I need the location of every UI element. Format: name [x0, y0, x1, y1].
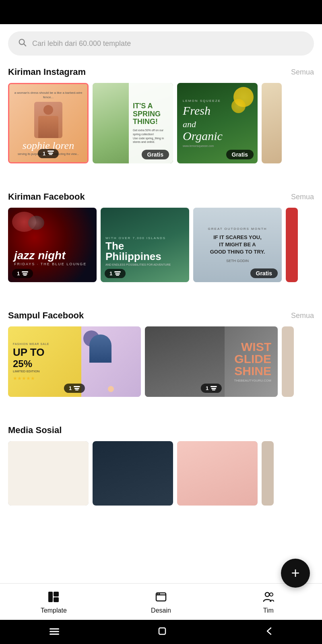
fab-add-button[interactable]: + — [281, 559, 310, 588]
instagram-card-row: a woman's dress should be a like a barbe… — [0, 83, 322, 167]
main-content: Cari lebih dari 60.000 template Kiriman … — [0, 24, 322, 618]
search-placeholder: Cari lebih dari 60.000 template — [32, 39, 131, 48]
nav-item-tim[interactable]: Tim — [215, 591, 322, 614]
social-card-3[interactable] — [177, 441, 258, 506]
instagram-card-3[interactable]: LEMON SQUEEZE FreshandOrganic www.lemons… — [177, 83, 258, 163]
social-card-2[interactable] — [93, 441, 173, 506]
svg-rect-11 — [74, 386, 80, 387]
bottom-nav-items: Template Desain — [0, 584, 322, 620]
svg-rect-19 — [54, 597, 59, 602]
section-sampul-facebook: Sampul Facebook Semua FASHION WEAR SALE … — [0, 306, 322, 401]
badge-number: 1 — [43, 151, 45, 157]
svg-point-21 — [157, 593, 159, 594]
desain-icon — [155, 591, 167, 605]
cover-card-1[interactable]: FASHION WEAR SALE UP TO 25% LIMITED EDIT… — [8, 326, 141, 397]
badge-gratis-ig2: Gratis — [142, 150, 169, 159]
social-card-1[interactable] — [8, 441, 89, 506]
facebook-card-4-partial[interactable] — [286, 208, 298, 282]
section-title-facebook: Kiriman Facebook — [8, 192, 85, 202]
template-icon — [47, 591, 60, 605]
cover-card-3-partial[interactable] — [282, 326, 294, 397]
svg-rect-18 — [54, 592, 59, 597]
android-home-btn[interactable] — [158, 627, 167, 638]
social-card-4-partial[interactable] — [262, 441, 274, 506]
instagram-card-1[interactable]: a woman's dress should be a like a barbe… — [8, 83, 89, 163]
badge-fb1: 1 — [12, 269, 33, 278]
section-header-sampul: Sampul Facebook Semua — [0, 306, 322, 326]
svg-rect-2 — [47, 151, 54, 152]
tim-icon — [262, 591, 275, 605]
sosial-card-row — [0, 441, 322, 510]
android-menu-btn[interactable] — [50, 627, 59, 637]
search-container: Cari lebih dari 60.000 template — [0, 24, 322, 63]
badge-ig1: 1 — [38, 149, 59, 158]
svg-rect-3 — [48, 153, 53, 154]
svg-point-24 — [270, 593, 273, 596]
search-icon — [18, 38, 27, 49]
section-kiriman-facebook: Kiriman Facebook Semua jazz night FRIDAY… — [0, 188, 322, 286]
section-header-instagram: Kiriman Instagram Semua — [0, 63, 322, 83]
svg-rect-15 — [211, 388, 216, 389]
stack-icon — [47, 151, 54, 157]
svg-rect-4 — [49, 154, 52, 155]
instagram-card-2[interactable]: IT'S ASPRINGTHING! Get extra 50% off on … — [93, 83, 173, 163]
badge-cv1: 1 — [64, 384, 85, 393]
android-nav-bar — [0, 620, 322, 644]
badge-fb2: 1 — [105, 269, 126, 278]
sampul-card-row: FASHION WEAR SALE UP TO 25% LIMITED EDIT… — [0, 326, 322, 401]
status-bar-top — [0, 0, 322, 24]
svg-rect-7 — [23, 275, 27, 276]
svg-rect-12 — [74, 388, 79, 389]
section-header-facebook: Kiriman Facebook Semua — [0, 188, 322, 208]
section-title-instagram: Kiriman Instagram — [8, 67, 86, 77]
svg-point-23 — [265, 592, 269, 597]
facebook-card-row: jazz night FRIDAYS · THE BLUE LOUNGE 1 W… — [0, 208, 322, 286]
section-title-sampul: Sampul Facebook — [8, 310, 84, 321]
nav-label-desain: Desain — [151, 607, 171, 614]
svg-rect-28 — [159, 628, 165, 634]
svg-rect-25 — [50, 628, 59, 630]
svg-line-1 — [24, 44, 26, 46]
badge-cv2: 1 — [201, 384, 222, 393]
section-kiriman-instagram: Kiriman Instagram Semua a woman's dress … — [0, 63, 322, 167]
instagram-card-4-partial[interactable] — [262, 83, 282, 163]
badge-gratis-fb3: Gratis — [250, 268, 278, 278]
svg-rect-27 — [50, 634, 59, 635]
nav-label-tim: Tim — [263, 607, 274, 614]
nav-item-template[interactable]: Template — [0, 591, 107, 614]
svg-rect-26 — [50, 631, 59, 632]
section-media-sosial: Media Sosial — [0, 421, 322, 510]
section-semua-instagram[interactable]: Semua — [291, 68, 314, 76]
svg-rect-17 — [48, 592, 53, 602]
section-header-sosial: Media Sosial — [0, 421, 322, 441]
svg-rect-8 — [114, 271, 121, 272]
nav-item-desain[interactable]: Desain — [107, 591, 215, 614]
bottom-nav: Template Desain — [0, 583, 322, 644]
svg-rect-6 — [23, 273, 27, 275]
svg-rect-10 — [116, 275, 119, 276]
svg-point-22 — [159, 593, 160, 594]
svg-rect-13 — [75, 390, 78, 390]
section-semua-facebook[interactable]: Semua — [291, 193, 314, 201]
svg-rect-16 — [212, 390, 215, 390]
cover-card-2[interactable]: WISTGLIDESHINE THEBEAUTYGURU.COM 1 — [145, 326, 278, 397]
fab-icon: + — [291, 565, 299, 582]
svg-rect-5 — [22, 271, 28, 272]
facebook-card-3[interactable]: GREAT OUTDOORS MONTH IF IT SCARES YOU,IT… — [193, 208, 282, 282]
search-bar[interactable]: Cari lebih dari 60.000 template — [8, 31, 314, 56]
nav-label-template: Template — [41, 607, 67, 614]
facebook-card-2[interactable]: WITH OVER 7,000 ISLANDS ThePhilippines A… — [101, 208, 189, 282]
section-semua-sampul[interactable]: Semua — [291, 312, 314, 320]
svg-rect-14 — [211, 386, 217, 387]
badge-gratis-ig3: Gratis — [226, 150, 254, 159]
section-title-sosial: Media Sosial — [8, 425, 62, 436]
android-back-btn[interactable] — [265, 627, 272, 638]
facebook-card-1[interactable]: jazz night FRIDAYS · THE BLUE LOUNGE 1 — [8, 208, 97, 282]
svg-rect-9 — [115, 273, 120, 275]
